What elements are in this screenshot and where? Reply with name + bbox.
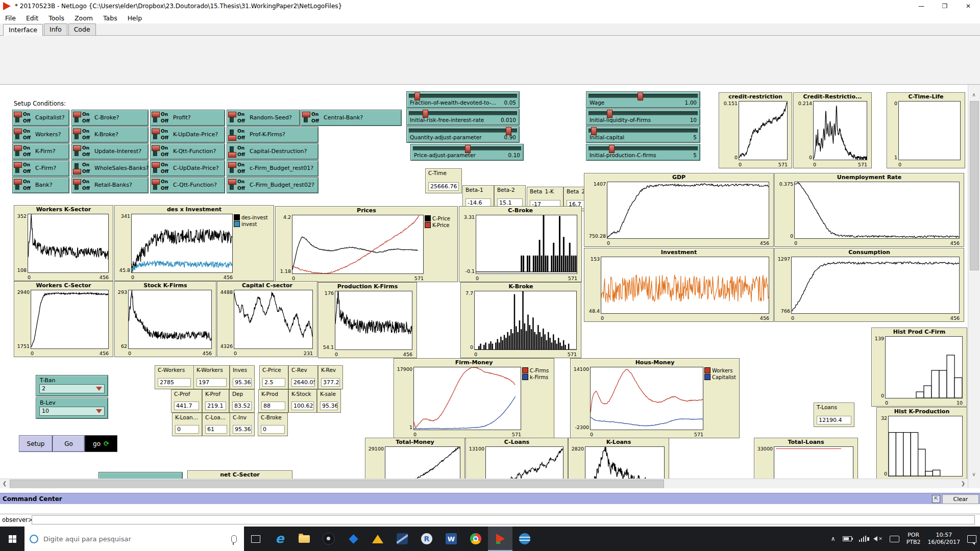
switch-handle[interactable] xyxy=(14,129,22,134)
switch-c-update-price[interactable]: OnOffC-UpDate-Price? xyxy=(150,160,225,177)
switch-handle[interactable] xyxy=(73,145,81,151)
slider-initial-capital[interactable]: Initial-capital5 xyxy=(586,126,700,143)
tab-interface[interactable]: Interface xyxy=(3,24,43,36)
menu-tools[interactable]: Tools xyxy=(43,14,69,22)
chooser-t-ban[interactable]: T-Ban2 xyxy=(36,375,108,396)
switch-handle[interactable] xyxy=(228,152,236,158)
chooser-value-box[interactable]: 2 xyxy=(39,384,105,393)
taskbar-app-netlogo-icon[interactable] xyxy=(488,527,512,551)
volume-muted-icon[interactable]: ✕ xyxy=(870,527,886,551)
scroll-down-icon[interactable]: ∨ xyxy=(968,471,979,477)
switch-central-bank[interactable]: OnOffCentral-Bank? xyxy=(301,110,402,126)
switch-capitalist[interactable]: OnOffCapitalist? xyxy=(12,110,69,126)
switch-handle[interactable] xyxy=(73,169,81,174)
hscroll-thumb[interactable] xyxy=(10,480,664,489)
switch-c-firmbudgetrest01[interactable]: OnOffc-Firm_Budget_rest01? xyxy=(227,160,318,177)
switch-handle[interactable] xyxy=(228,162,236,168)
switch-profit[interactable]: OnOffProfit? xyxy=(150,110,225,126)
taskbar-app-edge-icon[interactable]: e xyxy=(267,527,292,551)
touch-keyboard-icon[interactable] xyxy=(886,527,903,551)
switch-handle[interactable] xyxy=(14,162,22,168)
vertical-scrollbar[interactable]: ∧ ∨ xyxy=(968,85,980,488)
minimize-button[interactable]: — xyxy=(910,0,933,12)
switch-wholesales-banks[interactable]: OnOffWholeSales-Banks? xyxy=(71,160,149,177)
start-button[interactable] xyxy=(0,527,24,551)
switch-update-interest[interactable]: OnOffUpdate-Interest? xyxy=(71,143,149,160)
slider-quantity-adjust-parameter[interactable]: Quantity-adjust-parameter0.90 xyxy=(406,126,520,143)
switch-handle[interactable] xyxy=(14,145,22,151)
slider-wage[interactable]: Wage1.00 xyxy=(586,91,700,108)
switch-bank[interactable]: OnOffBank? xyxy=(12,177,69,193)
taskbar-app-pyramid-app-icon[interactable] xyxy=(365,527,390,551)
chooser-value-box[interactable]: 10 xyxy=(39,407,105,416)
menu-tabs[interactable]: Tabs xyxy=(98,14,122,22)
slider-initial-production-c-firms[interactable]: Initial-production-C-firms5 xyxy=(586,144,700,161)
command-input[interactable] xyxy=(32,515,975,524)
switch-c-broke[interactable]: OnOffC-Broke? xyxy=(71,110,149,126)
switch-handle[interactable] xyxy=(73,179,81,185)
slider-initial-liquidity-of-firms[interactable]: Initial-liquidity-of-Firms10 xyxy=(586,109,700,126)
menu-help[interactable]: Help xyxy=(122,14,148,22)
scroll-up-icon[interactable]: ∧ xyxy=(968,92,979,97)
taskbar-app-globe-app-icon[interactable] xyxy=(512,527,537,551)
taskbar-app-dropbox-icon[interactable] xyxy=(341,527,365,551)
vscroll-thumb[interactable] xyxy=(970,101,979,270)
switch-random-seed[interactable]: OnOffRandom-Seed? xyxy=(227,110,300,126)
menu-file[interactable]: File xyxy=(0,14,21,22)
taskbar-app-r-icon[interactable]: R xyxy=(414,527,439,551)
scroll-right-icon[interactable]: ❯ xyxy=(960,481,967,486)
tab-code[interactable]: Code xyxy=(68,23,96,35)
command-center-header[interactable]: Command Center ⇱ Clear xyxy=(0,493,980,504)
action-center-button[interactable] xyxy=(964,527,980,551)
taskbar-app-file-explorer-icon[interactable] xyxy=(292,527,316,551)
switch-k-qtt-function[interactable]: OnOffK-Qtt-Function? xyxy=(150,143,225,160)
switch-handle[interactable] xyxy=(152,145,160,151)
slider-initial-risk-free-interest-rate[interactable]: Initial-risk-free-interest-rate0.010 xyxy=(406,109,520,126)
switch-handle[interactable] xyxy=(152,112,160,117)
taskbar-search[interactable]: Digite aqui para pesquisar xyxy=(24,527,244,551)
switch-c-qtt-function[interactable]: OnOffC-Qtt-Function? xyxy=(150,177,225,193)
menu-zoom[interactable]: Zoom xyxy=(69,14,98,22)
switch-handle[interactable] xyxy=(152,129,160,134)
slider-fraction-of-wealth-devoted-to-[interactable]: Fraction-of-wealth-devoted-to-...0.05 xyxy=(406,91,520,108)
close-button[interactable]: ✕ xyxy=(957,0,980,12)
slider-price-adjust-parameter[interactable]: Price-adjust-parameter0.10 xyxy=(410,144,524,161)
maximize-button[interactable]: ❐ xyxy=(933,0,957,12)
switch-capital-destruction[interactable]: OnOffCapital-Destruction? xyxy=(227,143,318,160)
switch-c-firm[interactable]: OnOffC-Firm? xyxy=(12,160,69,177)
horizontal-scrollbar[interactable]: ❮ ❯ xyxy=(0,479,968,489)
hidden-icons-button[interactable]: ∧ xyxy=(827,527,839,551)
switch-handle[interactable] xyxy=(152,179,160,185)
battery-icon[interactable] xyxy=(839,527,855,551)
switch-handle[interactable] xyxy=(73,129,81,134)
switch-handle[interactable] xyxy=(228,179,236,185)
switch-workers[interactable]: OnOffWorkers? xyxy=(12,127,69,143)
microphone-icon[interactable] xyxy=(231,535,237,543)
language-indicator[interactable]: POR PTB2 xyxy=(903,527,924,551)
scroll-left-icon[interactable]: ❮ xyxy=(1,481,8,486)
task-view-button[interactable] xyxy=(244,527,267,551)
switch-handle[interactable] xyxy=(228,135,236,141)
chooser-b-lev[interactable]: B-Lev10 xyxy=(36,397,108,419)
taskbar-app-word-icon[interactable]: W xyxy=(439,527,463,551)
setup-button[interactable]: Setup xyxy=(19,435,53,452)
switch-c-firmbudgetrest02[interactable]: OnOffC-Firm_Budget_rest02? xyxy=(227,177,318,193)
clock[interactable]: 10:57 16/06/2017 xyxy=(924,527,964,551)
switch-prof-k-firms[interactable]: OnOffProf-K-Firms? xyxy=(227,127,318,143)
switch-handle[interactable] xyxy=(302,112,310,117)
switch-handle[interactable] xyxy=(152,162,160,168)
switch-k-broke[interactable]: OnOffK-Broke? xyxy=(71,127,149,143)
taskbar-app-app-icon-dark[interactable] xyxy=(316,527,341,551)
switch-retail-banks[interactable]: OnOffRetail-Banks? xyxy=(71,177,149,193)
switch-k-firm[interactable]: OnOffK-Firm? xyxy=(12,143,69,160)
go-button[interactable]: Go xyxy=(53,435,85,452)
switch-handle[interactable] xyxy=(228,112,236,117)
tab-info[interactable]: Info xyxy=(44,23,67,35)
switch-k-update-price[interactable]: OnOffK-UpDate-Price? xyxy=(150,127,225,143)
clear-button[interactable]: Clear xyxy=(942,494,979,504)
switch-handle[interactable] xyxy=(14,112,22,117)
taskbar-app-blue-app-icon[interactable] xyxy=(390,527,414,551)
taskbar-app-chrome-icon[interactable] xyxy=(463,527,488,551)
menu-edit[interactable]: Edit xyxy=(21,14,43,22)
popout-icon[interactable]: ⇱ xyxy=(932,495,940,503)
